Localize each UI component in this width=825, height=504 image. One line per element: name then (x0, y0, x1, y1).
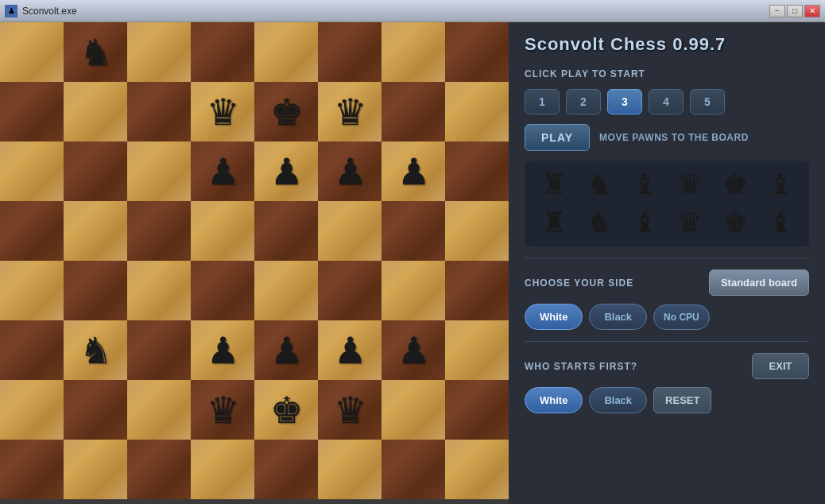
cell-5-2[interactable] (127, 320, 191, 380)
cell-7-4[interactable] (254, 440, 318, 499)
cell-6-7[interactable] (445, 380, 509, 440)
cell-1-1[interactable] (64, 82, 127, 142)
cell-3-4[interactable] (254, 201, 318, 261)
white-start-button[interactable]: White (525, 387, 583, 413)
cell-6-3[interactable]: ♛ (191, 380, 254, 440)
cell-1-6[interactable] (382, 82, 445, 142)
cell-3-2[interactable] (127, 201, 191, 261)
cell-0-1[interactable]: ♞ (64, 22, 127, 82)
diff-btn-1[interactable]: 1 (525, 89, 560, 114)
cell-2-4[interactable]: ♟ (254, 142, 318, 201)
cell-3-3[interactable] (191, 201, 254, 261)
play-row: PLAY MOVE PAWNS TO THE BOARD (525, 124, 809, 151)
palette-king-2[interactable]: ♚ (715, 205, 755, 240)
cell-1-5[interactable]: ♛ (318, 82, 382, 142)
cell-3-6[interactable] (382, 201, 445, 261)
cell-6-6[interactable] (382, 380, 445, 440)
black-start-button[interactable]: Black (589, 387, 647, 413)
cell-0-6[interactable] (382, 22, 445, 82)
close-button[interactable]: ✕ (804, 5, 820, 17)
diff-btn-2[interactable]: 2 (566, 89, 601, 114)
cell-7-2[interactable] (127, 440, 191, 499)
maximize-button[interactable]: □ (787, 5, 803, 17)
palette-queen-2[interactable]: ♛ (670, 205, 710, 240)
cell-2-3[interactable]: ♟ (191, 142, 254, 201)
cell-2-6[interactable]: ♟ (382, 142, 445, 201)
cell-5-4[interactable]: ♟ (254, 320, 318, 380)
cell-0-3[interactable] (191, 22, 254, 82)
cell-2-2[interactable] (127, 142, 191, 201)
cell-4-0[interactable] (0, 261, 64, 320)
cell-6-4[interactable]: ♚ (254, 380, 318, 440)
cell-7-1[interactable] (64, 440, 127, 499)
cell-2-7[interactable] (445, 142, 509, 201)
play-button[interactable]: PLAY (525, 124, 590, 151)
cell-0-0[interactable] (0, 22, 64, 82)
palette-queen-1[interactable]: ♛ (670, 167, 710, 202)
difficulty-row: 1 2 3 4 5 (525, 89, 809, 114)
cell-0-4[interactable] (254, 22, 318, 82)
cell-4-5[interactable] (318, 261, 382, 320)
cell-1-4[interactable]: ♚ (254, 82, 318, 142)
cell-7-3[interactable] (191, 440, 254, 499)
cell-4-3[interactable] (191, 261, 254, 320)
cell-6-0[interactable] (0, 380, 64, 440)
chess-board[interactable]: ♞♛♚♛♟♟♟♟♞♟♟♟♟♛♚♛ (0, 22, 509, 499)
palette-rook-1[interactable]: ♜ (534, 167, 574, 202)
cell-1-0[interactable] (0, 82, 64, 142)
cell-1-2[interactable] (127, 82, 191, 142)
palette-bishop-4[interactable]: ♝ (761, 205, 800, 240)
cell-4-1[interactable] (64, 261, 127, 320)
cell-4-4[interactable] (254, 261, 318, 320)
palette-knight-1[interactable]: ♞ (579, 167, 619, 202)
cell-6-2[interactable] (127, 380, 191, 440)
palette-bishop-1[interactable]: ♝ (625, 167, 664, 202)
cell-2-1[interactable] (64, 142, 127, 201)
cell-5-1[interactable]: ♞ (64, 320, 127, 380)
diff-btn-3[interactable]: 3 (607, 89, 642, 114)
cell-1-7[interactable] (445, 82, 509, 142)
standard-board-button[interactable]: Standard board (709, 269, 809, 296)
exit-button[interactable]: EXIT (752, 353, 809, 379)
white-side-button[interactable]: White (525, 304, 583, 330)
starts-section: WHO STARTS FIRST? EXIT White Black RESET (525, 353, 809, 413)
cell-5-0[interactable] (0, 320, 64, 380)
piece-6-4: ♚ (270, 392, 303, 428)
cell-6-1[interactable] (64, 380, 127, 440)
play-hint: MOVE PAWNS TO THE BOARD (599, 132, 749, 143)
cell-4-7[interactable] (445, 261, 509, 320)
reset-button[interactable]: RESET (653, 387, 711, 413)
cell-5-5[interactable]: ♟ (318, 320, 382, 380)
cell-7-6[interactable] (382, 440, 445, 499)
cell-2-0[interactable] (0, 142, 64, 201)
palette-king-1[interactable]: ♚ (715, 167, 755, 202)
palette-bishop-2[interactable]: ♝ (761, 167, 800, 202)
cell-5-6[interactable]: ♟ (382, 320, 445, 380)
palette-knight-2[interactable]: ♞ (579, 205, 619, 240)
black-side-button[interactable]: Black (589, 304, 647, 330)
cell-6-5[interactable]: ♛ (318, 380, 382, 440)
cell-4-2[interactable] (127, 261, 191, 320)
no-cpu-button[interactable]: No CPU (653, 304, 710, 330)
cell-7-0[interactable] (0, 440, 64, 499)
cell-3-0[interactable] (0, 201, 64, 261)
palette-row-1: ♜ ♞ ♝ ♛ ♚ ♝ (533, 167, 801, 202)
cell-1-3[interactable]: ♛ (191, 82, 254, 142)
cell-5-7[interactable] (445, 320, 509, 380)
minimize-button[interactable]: − (769, 5, 785, 17)
diff-btn-5[interactable]: 5 (690, 89, 725, 114)
cell-3-5[interactable] (318, 201, 382, 261)
diff-btn-4[interactable]: 4 (649, 89, 684, 114)
cell-0-7[interactable] (445, 22, 509, 82)
cell-0-2[interactable] (127, 22, 191, 82)
cell-2-5[interactable]: ♟ (318, 142, 382, 201)
cell-3-1[interactable] (64, 201, 127, 261)
palette-rook-2[interactable]: ♜ (534, 205, 574, 240)
cell-5-3[interactable]: ♟ (191, 320, 254, 380)
cell-4-6[interactable] (382, 261, 445, 320)
cell-3-7[interactable] (445, 201, 509, 261)
cell-7-7[interactable] (445, 440, 509, 499)
palette-bishop-3[interactable]: ♝ (625, 205, 664, 240)
cell-0-5[interactable] (318, 22, 382, 82)
cell-7-5[interactable] (318, 440, 382, 499)
